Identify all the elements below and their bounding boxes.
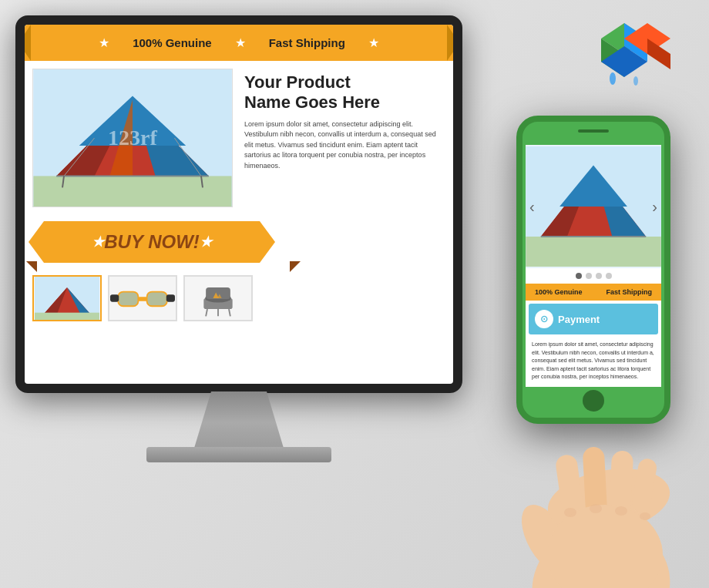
phone-product-image: ‹ › [526, 145, 661, 268]
star-icon-3: ★ [368, 35, 379, 50]
phone-speaker [578, 129, 609, 133]
phone-banner-badge-1: 100% Genuine [535, 288, 583, 296]
dot-2 [586, 273, 592, 279]
banner-ribbon-left [25, 25, 31, 61]
product-info: Your Product Name Goes Here Lorem ipsum … [240, 69, 445, 207]
banner-badge-2: Fast Shipping [269, 36, 345, 49]
phone-carousel-dots [526, 268, 661, 284]
svg-point-58 [564, 508, 576, 517]
buy-now-label: BUY NOW! [104, 231, 200, 253]
tent-illustration [33, 69, 232, 207]
thumbnail-3[interactable] [183, 275, 253, 321]
svg-rect-32 [166, 294, 175, 301]
phone-banner-badge-2: Fast Shipping [607, 288, 653, 296]
star-icon-2: ★ [235, 35, 246, 50]
svg-point-61 [640, 512, 650, 520]
thumbnail-1[interactable] [32, 275, 102, 321]
dot-3 [596, 273, 602, 279]
payment-title: Payment [558, 314, 600, 325]
svg-point-6 [610, 72, 616, 85]
product-image: 123rf [32, 69, 233, 207]
svg-point-7 [633, 76, 638, 86]
monitor: ★ 100% Genuine ★ Fast Shipping ★ [15, 15, 493, 478]
product-description: Lorem ipsum dolor sit amet, consectetur … [244, 119, 442, 172]
svg-point-59 [590, 504, 602, 513]
phone-payment-header: ⊙ Payment [529, 304, 658, 334]
svg-rect-30 [148, 293, 166, 306]
payment-icon: ⊙ [535, 310, 553, 328]
svg-point-60 [615, 506, 627, 516]
banner-badge-1: 100% Genuine [133, 36, 212, 49]
banner-ribbon-right [447, 25, 453, 61]
svg-rect-29 [119, 293, 137, 306]
monitor-body: ★ 100% Genuine ★ Fast Shipping ★ [15, 15, 462, 393]
phone-tent-illustration [526, 146, 661, 267]
buy-now-button[interactable]: ★ BUY NOW! ★ [29, 221, 275, 263]
phone-nav-left[interactable]: ‹ [529, 198, 535, 216]
payment-icon-symbol: ⊙ [540, 314, 548, 324]
thumbnail-2[interactable] [108, 275, 177, 321]
phone: ‹ › 100% Genuine Fast Shipping ⊙ Payme [516, 116, 686, 455]
screen-banner: ★ 100% Genuine ★ Fast Shipping ★ [25, 25, 453, 61]
hand [486, 370, 701, 588]
svg-rect-28 [137, 297, 147, 301]
star-icon-1: ★ [99, 35, 109, 50]
phone-nav-right[interactable]: › [652, 198, 657, 216]
monitor-stand [193, 391, 285, 453]
star-buy-right: ★ [200, 234, 212, 250]
phone-screen: ‹ › 100% Genuine Fast Shipping ⊙ Payme [526, 145, 661, 387]
screen-product-area: 123rf Your Product Name Goes Here Lorem … [25, 61, 453, 215]
cube-decoration [578, 15, 670, 92]
product-title: Your Product Name Goes Here [244, 72, 442, 113]
dot-1 [576, 273, 582, 279]
monitor-screen: ★ 100% Genuine ★ Fast Shipping ★ [25, 25, 453, 384]
star-buy-left: ★ [92, 234, 104, 250]
svg-rect-31 [110, 294, 119, 301]
buy-now-section: ★ BUY NOW! ★ [25, 215, 453, 269]
monitor-base [146, 447, 331, 462]
dot-4 [606, 273, 612, 279]
thumbnail-row [25, 269, 453, 328]
svg-rect-24 [35, 313, 99, 320]
svg-rect-44 [526, 237, 661, 267]
phone-banner: 100% Genuine Fast Shipping [526, 284, 661, 301]
